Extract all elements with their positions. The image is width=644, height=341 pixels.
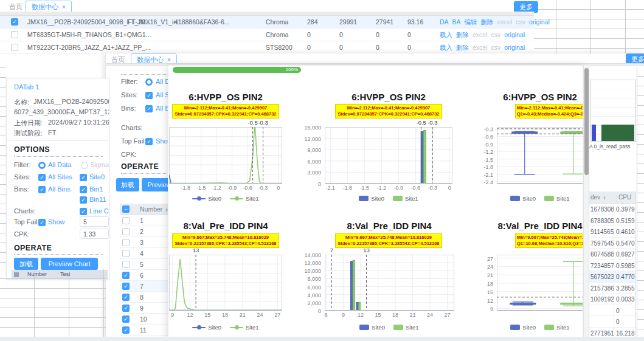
bin11-label[interactable]: Bin11 [89,196,106,203]
line-chart-checkbox[interactable]: ✓ [80,208,87,215]
chart-plot-line [169,255,282,311]
show-label[interactable]: Show [48,218,65,226]
row-checkbox[interactable]: ✓ [122,315,130,323]
legend-item[interactable]: Site1 [544,195,570,202]
cpk-input[interactable] [80,229,109,239]
action-link[interactable]: original [504,31,525,38]
legend-label: Site0 [371,195,384,202]
sigma-radio[interactable] [81,162,88,169]
y-tick-label: 15,000 [298,125,321,131]
bin11-checkbox[interactable]: ✓ [80,196,87,204]
back-tab-home[interactable]: 首页 [9,2,23,12]
y-tick-label: 9,000 [298,147,321,153]
number-cell: 10 [140,315,147,323]
action-link[interactable]: BA [452,18,461,26]
action-link[interactable]: excel [473,31,488,38]
action-link[interactable]: original [529,18,550,26]
number-column-header[interactable]: Number▲▼ [140,205,168,213]
row-checkbox[interactable] [122,261,130,268]
show-checkbox[interactable]: ✓ [145,138,153,145]
action-link[interactable]: original [504,44,525,51]
topfail-input[interactable] [80,216,109,227]
action-link[interactable]: csv [516,18,525,26]
x-tick-label: 0 [270,185,287,191]
all-bins-label[interactable]: All Bins [48,185,71,193]
sort-icon[interactable]: ▲▼ [603,195,606,201]
legend-item[interactable]: Site0 [359,324,385,331]
load-button[interactable]: 加载 [14,258,38,270]
row-checkbox[interactable] [122,228,130,235]
all-sites-label[interactable]: All Sites [48,173,72,181]
action-link[interactable]: 载入 [440,44,452,51]
x-tick-label: 18 [387,312,404,318]
row-checkbox[interactable]: ✓ [122,305,130,312]
all-data-label[interactable]: All Data [48,161,72,168]
all-data-radio[interactable] [38,162,46,169]
close-icon[interactable]: × [62,4,66,10]
all-data-radio[interactable] [145,78,153,86]
row-checkbox[interactable]: ✓ [122,283,130,290]
row-checkbox[interactable] [122,217,130,224]
x-tick-label: -1.5 [356,185,373,191]
row-checkbox[interactable] [122,239,130,246]
site0-label[interactable]: Site0 [89,173,105,181]
row-checkbox[interactable]: ✓ [122,272,130,279]
y-tick-label: -1.5 [470,157,493,163]
legend-item[interactable]: Site1 [230,195,259,202]
x-tick-label: 27 [269,312,286,318]
legend-item[interactable]: Site1 [393,324,419,331]
row-checkbox[interactable]: ✓ [122,294,130,301]
legend-item[interactable]: Site0 [359,195,384,202]
all-bins-checkbox[interactable]: ✓ [38,186,46,193]
operate-title: OPERATE [121,162,159,171]
line-chart-label[interactable]: Line Ch [89,207,109,215]
action-link[interactable]: csv [491,44,501,51]
legend-square-swatch [510,196,520,201]
preview-chart-button[interactable]: Preview Chart [41,258,98,270]
legend-item[interactable]: Site0 [192,195,221,202]
legend-item[interactable]: Site0 [510,324,536,331]
action-link[interactable]: 删除 [481,18,494,26]
table-row: MT6835GT-M5H-R_THANOS_B1+QMG1...Chroma00… [0,29,534,41]
all-sites-checkbox[interactable]: ✓ [38,174,46,181]
row-checkbox[interactable] [122,250,130,257]
action-link[interactable]: 载入 [440,31,452,38]
action-link[interactable]: csv [491,31,501,38]
row-checkbox[interactable] [11,31,18,38]
legend-item[interactable]: Site1 [230,324,259,331]
cell-cpu: 0.5159 [616,218,635,224]
cell-tester: Chroma [266,31,288,38]
y-tick-label: -1.8 [470,164,493,170]
action-link[interactable]: DA [440,18,449,26]
legend-item[interactable]: Site0 [510,195,536,202]
legend-item[interactable]: Site1 [393,195,418,202]
y-tick-label: -0.6 [470,134,493,140]
load-button[interactable]: 加载 [116,178,139,191]
all-bins-checkbox[interactable]: ✓ [145,105,153,112]
site0-checkbox[interactable]: ✓ [80,174,87,181]
action-link[interactable]: 编辑 [465,18,477,26]
dev-column-header[interactable]: dev▲▼ [590,194,606,201]
show-checkbox[interactable]: ✓ [38,219,46,226]
cell-dev: 7597545 [590,240,614,247]
modal-scrollbar-track[interactable] [583,65,589,341]
all-sites-checkbox[interactable]: ✓ [145,92,153,99]
cell-v1: 0 [307,44,311,51]
number-cell: 4 [140,250,144,257]
action-link[interactable]: excel [473,44,488,51]
legend-item[interactable]: Site1 [544,324,570,331]
bin1-checkbox[interactable]: ✓ [80,186,87,193]
row-checkbox[interactable] [11,44,18,51]
legend-item[interactable]: Site0 [192,324,221,331]
close-icon[interactable]: × [167,57,171,63]
action-link[interactable]: excel [497,18,513,26]
action-link[interactable]: 删除 [456,31,469,38]
modal-scrollbar-thumb[interactable] [584,68,589,175]
cell-cpu: 0.4610 [616,229,635,235]
row-checkbox[interactable]: ✓ [11,18,18,26]
bin1-label[interactable]: Bin1 [89,185,103,193]
row-checkbox[interactable]: ✓ [122,326,130,334]
select-all-checkbox[interactable]: − [122,205,130,213]
action-link[interactable]: 删除 [456,44,469,51]
datab-tab[interactable]: DATab 1 [14,83,39,91]
